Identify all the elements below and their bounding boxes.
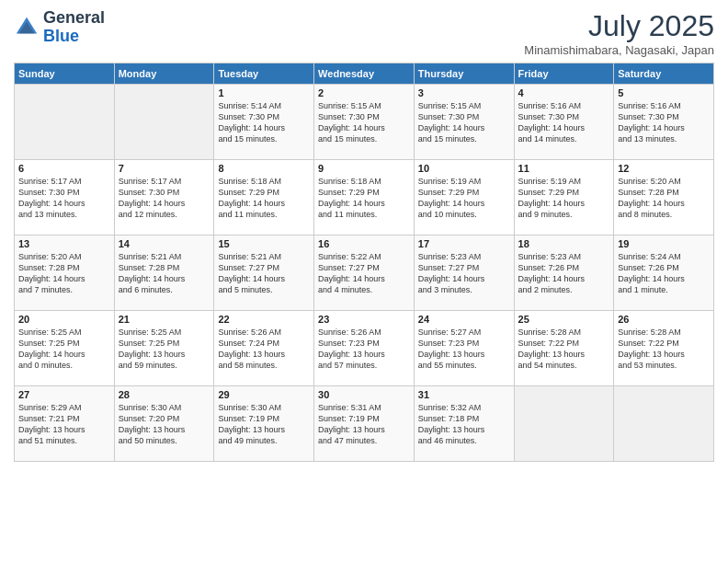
cell-info: Sunrise: 5:21 AM Sunset: 7:28 PM Dayligh… xyxy=(119,251,210,296)
month-year: July 2025 xyxy=(524,9,714,43)
cell-info: Sunrise: 5:18 AM Sunset: 7:29 PM Dayligh… xyxy=(218,176,310,221)
day-number: 26 xyxy=(618,314,710,325)
cell-info: Sunrise: 5:20 AM Sunset: 7:28 PM Dayligh… xyxy=(618,176,710,221)
day-number: 29 xyxy=(218,389,310,400)
cell-info: Sunrise: 5:25 AM Sunset: 7:25 PM Dayligh… xyxy=(119,327,210,372)
day-number: 2 xyxy=(318,87,410,98)
day-number: 4 xyxy=(518,87,610,98)
header: General Blue July 2025 Minamishimabara, … xyxy=(14,9,714,57)
day-number: 22 xyxy=(218,314,310,325)
cell-info: Sunrise: 5:24 AM Sunset: 7:26 PM Dayligh… xyxy=(618,251,710,296)
day-number: 23 xyxy=(318,314,410,325)
calendar-cell: 14Sunrise: 5:21 AM Sunset: 7:28 PM Dayli… xyxy=(114,236,214,311)
page-container: General Blue July 2025 Minamishimabara, … xyxy=(0,0,728,471)
calendar-cell: 24Sunrise: 5:27 AM Sunset: 7:23 PM Dayli… xyxy=(414,311,514,386)
day-number: 3 xyxy=(418,87,510,98)
logo-text: General Blue xyxy=(43,9,105,46)
calendar-cell: 3Sunrise: 5:15 AM Sunset: 7:30 PM Daylig… xyxy=(414,85,514,160)
calendar-cell: 10Sunrise: 5:19 AM Sunset: 7:29 PM Dayli… xyxy=(414,160,514,236)
cell-info: Sunrise: 5:20 AM Sunset: 7:28 PM Dayligh… xyxy=(18,251,110,296)
calendar-cell: 12Sunrise: 5:20 AM Sunset: 7:28 PM Dayli… xyxy=(614,160,714,236)
day-number: 21 xyxy=(119,314,210,325)
day-number: 7 xyxy=(119,163,210,174)
day-number: 15 xyxy=(218,238,310,249)
calendar-cell: 15Sunrise: 5:21 AM Sunset: 7:27 PM Dayli… xyxy=(214,236,314,311)
location: Minamishimabara, Nagasaki, Japan xyxy=(524,43,714,57)
day-number: 19 xyxy=(618,238,710,249)
logo-general: General xyxy=(43,8,105,27)
day-number: 20 xyxy=(18,314,110,325)
calendar-cell: 29Sunrise: 5:30 AM Sunset: 7:19 PM Dayli… xyxy=(214,386,314,462)
weekday-header: Friday xyxy=(514,63,614,85)
calendar-week-row: 6Sunrise: 5:17 AM Sunset: 7:30 PM Daylig… xyxy=(15,160,714,236)
weekday-header: Monday xyxy=(114,63,214,85)
calendar-cell: 6Sunrise: 5:17 AM Sunset: 7:30 PM Daylig… xyxy=(15,160,115,236)
weekday-header-row: SundayMondayTuesdayWednesdayThursdayFrid… xyxy=(15,63,714,85)
cell-info: Sunrise: 5:32 AM Sunset: 7:18 PM Dayligh… xyxy=(418,402,510,447)
cell-info: Sunrise: 5:22 AM Sunset: 7:27 PM Dayligh… xyxy=(318,251,410,296)
cell-info: Sunrise: 5:27 AM Sunset: 7:23 PM Dayligh… xyxy=(418,327,510,372)
cell-info: Sunrise: 5:15 AM Sunset: 7:30 PM Dayligh… xyxy=(318,100,410,145)
calendar-cell: 22Sunrise: 5:26 AM Sunset: 7:24 PM Dayli… xyxy=(214,311,314,386)
cell-info: Sunrise: 5:16 AM Sunset: 7:30 PM Dayligh… xyxy=(618,100,710,145)
cell-info: Sunrise: 5:17 AM Sunset: 7:30 PM Dayligh… xyxy=(18,176,110,221)
calendar-cell: 26Sunrise: 5:28 AM Sunset: 7:22 PM Dayli… xyxy=(614,311,714,386)
day-number: 31 xyxy=(418,389,510,400)
day-number: 28 xyxy=(119,389,210,400)
weekday-header: Wednesday xyxy=(314,63,415,85)
cell-info: Sunrise: 5:18 AM Sunset: 7:29 PM Dayligh… xyxy=(318,176,410,221)
day-number: 13 xyxy=(18,238,110,249)
calendar-cell: 8Sunrise: 5:18 AM Sunset: 7:29 PM Daylig… xyxy=(214,160,314,236)
day-number: 16 xyxy=(318,238,410,249)
weekday-header: Tuesday xyxy=(214,63,314,85)
weekday-header: Saturday xyxy=(614,63,714,85)
calendar-cell: 17Sunrise: 5:23 AM Sunset: 7:27 PM Dayli… xyxy=(414,236,514,311)
cell-info: Sunrise: 5:28 AM Sunset: 7:22 PM Dayligh… xyxy=(518,327,610,372)
calendar-cell: 25Sunrise: 5:28 AM Sunset: 7:22 PM Dayli… xyxy=(514,311,614,386)
day-number: 5 xyxy=(618,87,710,98)
cell-info: Sunrise: 5:30 AM Sunset: 7:19 PM Dayligh… xyxy=(218,402,310,447)
calendar-week-row: 20Sunrise: 5:25 AM Sunset: 7:25 PM Dayli… xyxy=(15,311,714,386)
cell-info: Sunrise: 5:29 AM Sunset: 7:21 PM Dayligh… xyxy=(18,402,110,447)
cell-info: Sunrise: 5:17 AM Sunset: 7:30 PM Dayligh… xyxy=(119,176,210,221)
calendar-cell: 2Sunrise: 5:15 AM Sunset: 7:30 PM Daylig… xyxy=(314,85,415,160)
calendar-cell: 31Sunrise: 5:32 AM Sunset: 7:18 PM Dayli… xyxy=(414,386,514,462)
day-number: 14 xyxy=(119,238,210,249)
day-number: 8 xyxy=(218,163,310,174)
calendar-cell: 18Sunrise: 5:23 AM Sunset: 7:26 PM Dayli… xyxy=(514,236,614,311)
calendar-cell: 20Sunrise: 5:25 AM Sunset: 7:25 PM Dayli… xyxy=(15,311,115,386)
calendar-cell: 4Sunrise: 5:16 AM Sunset: 7:30 PM Daylig… xyxy=(514,85,614,160)
calendar-cell xyxy=(15,85,115,160)
calendar-cell: 27Sunrise: 5:29 AM Sunset: 7:21 PM Dayli… xyxy=(15,386,115,462)
calendar-cell: 7Sunrise: 5:17 AM Sunset: 7:30 PM Daylig… xyxy=(114,160,214,236)
day-number: 11 xyxy=(518,163,610,174)
calendar-cell: 5Sunrise: 5:16 AM Sunset: 7:30 PM Daylig… xyxy=(614,85,714,160)
cell-info: Sunrise: 5:23 AM Sunset: 7:27 PM Dayligh… xyxy=(418,251,510,296)
title-block: July 2025 Minamishimabara, Nagasaki, Jap… xyxy=(524,9,714,57)
weekday-header: Sunday xyxy=(15,63,115,85)
calendar-cell: 21Sunrise: 5:25 AM Sunset: 7:25 PM Dayli… xyxy=(114,311,214,386)
day-number: 10 xyxy=(418,163,510,174)
cell-info: Sunrise: 5:26 AM Sunset: 7:24 PM Dayligh… xyxy=(218,327,310,372)
cell-info: Sunrise: 5:25 AM Sunset: 7:25 PM Dayligh… xyxy=(18,327,110,372)
cell-info: Sunrise: 5:16 AM Sunset: 7:30 PM Dayligh… xyxy=(518,100,610,145)
calendar-cell: 19Sunrise: 5:24 AM Sunset: 7:26 PM Dayli… xyxy=(614,236,714,311)
calendar-cell: 1Sunrise: 5:14 AM Sunset: 7:30 PM Daylig… xyxy=(214,85,314,160)
day-number: 25 xyxy=(518,314,610,325)
day-number: 12 xyxy=(618,163,710,174)
cell-info: Sunrise: 5:15 AM Sunset: 7:30 PM Dayligh… xyxy=(418,100,510,145)
day-number: 17 xyxy=(418,238,510,249)
calendar-cell: 23Sunrise: 5:26 AM Sunset: 7:23 PM Dayli… xyxy=(314,311,415,386)
day-number: 6 xyxy=(18,163,110,174)
weekday-header: Thursday xyxy=(414,63,514,85)
calendar-cell xyxy=(114,85,214,160)
cell-info: Sunrise: 5:23 AM Sunset: 7:26 PM Dayligh… xyxy=(518,251,610,296)
cell-info: Sunrise: 5:14 AM Sunset: 7:30 PM Dayligh… xyxy=(218,100,310,145)
cell-info: Sunrise: 5:28 AM Sunset: 7:22 PM Dayligh… xyxy=(618,327,710,372)
calendar-week-row: 27Sunrise: 5:29 AM Sunset: 7:21 PM Dayli… xyxy=(15,386,714,462)
calendar-cell: 11Sunrise: 5:19 AM Sunset: 7:29 PM Dayli… xyxy=(514,160,614,236)
day-number: 24 xyxy=(418,314,510,325)
cell-info: Sunrise: 5:21 AM Sunset: 7:27 PM Dayligh… xyxy=(218,251,310,296)
cell-info: Sunrise: 5:26 AM Sunset: 7:23 PM Dayligh… xyxy=(318,327,410,372)
calendar-cell: 16Sunrise: 5:22 AM Sunset: 7:27 PM Dayli… xyxy=(314,236,415,311)
